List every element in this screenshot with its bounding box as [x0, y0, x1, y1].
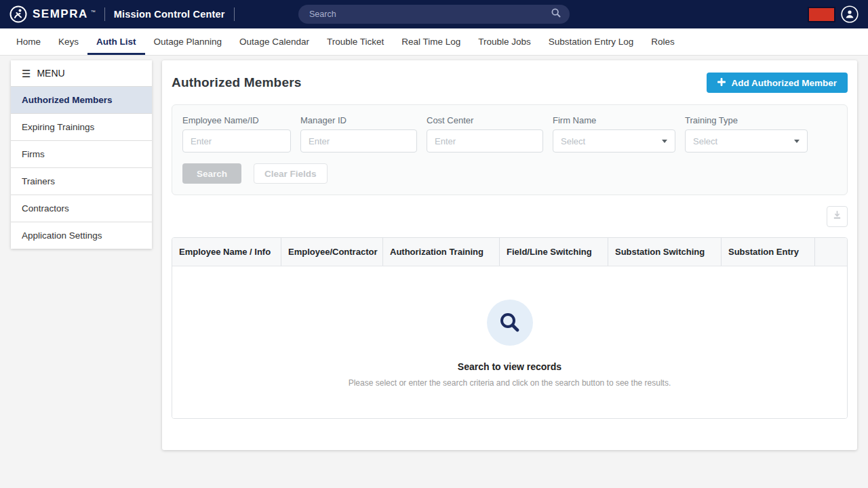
- divider: [104, 7, 105, 21]
- column-header-employee-name-info[interactable]: Employee Name / Info: [172, 238, 281, 266]
- sidebar-item-application-settings[interactable]: Application Settings: [11, 222, 152, 249]
- search-filter-panel: Employee Name/ID Manager ID Cost Center …: [172, 104, 848, 195]
- table-header-row: Employee Name / Info Employee/Contractor…: [172, 238, 847, 266]
- field-label: Training Type: [685, 115, 808, 125]
- field-label: Firm Name: [553, 115, 675, 125]
- page-title: Authorized Members: [172, 75, 302, 90]
- select-placeholder: Select: [693, 136, 717, 146]
- tab-trouble-jobs[interactable]: Trouble Jobs: [469, 28, 540, 55]
- firm-name-select[interactable]: Select: [553, 129, 675, 152]
- column-header-field-line-switching[interactable]: Field/Line Switching: [500, 238, 608, 266]
- tab-home[interactable]: Home: [7, 28, 50, 55]
- tab-keys[interactable]: Keys: [50, 28, 87, 55]
- app-title: Mission Control Center: [114, 9, 225, 20]
- field-firm-name: Firm Name Select: [553, 115, 675, 152]
- column-header-substation-switching[interactable]: Substation Switching: [608, 238, 722, 266]
- field-label: Employee Name/ID: [182, 115, 291, 125]
- training-type-select[interactable]: Select: [685, 129, 808, 152]
- column-header-actions-empty: [815, 238, 847, 266]
- column-header-authorization-training[interactable]: Authorization Training: [383, 238, 500, 266]
- main-panel: Authorized Members Add Authorized Member…: [162, 60, 857, 450]
- column-header-employee-contractor[interactable]: Employee/Contractor: [281, 238, 383, 266]
- tab-auth-list[interactable]: Auth List: [87, 28, 145, 55]
- primary-tabbar: Home Keys Auth List Outage Planning Outa…: [0, 28, 868, 56]
- chevron-down-icon: [794, 140, 800, 143]
- sidebar-item-firms[interactable]: Firms: [11, 140, 152, 167]
- divider: [234, 7, 235, 21]
- field-employee-name-id: Employee Name/ID: [182, 115, 291, 152]
- top-navbar: SEMPRA ™ Mission Control Center: [0, 0, 868, 28]
- sidebar-menu-header[interactable]: ☰ MENU: [11, 60, 152, 86]
- field-manager-id: Manager ID: [300, 115, 417, 152]
- download-icon: [832, 210, 842, 223]
- table-empty-state: Search to view records Please select or …: [172, 266, 847, 418]
- clear-fields-button[interactable]: Clear Fields: [254, 163, 328, 184]
- chevron-down-icon: [662, 140, 667, 143]
- empty-state-title: Search to view records: [458, 361, 561, 372]
- employee-name-id-input[interactable]: [182, 129, 291, 152]
- add-button-label: Add Authorized Member: [731, 78, 837, 88]
- add-authorized-member-button[interactable]: Add Authorized Member: [707, 73, 848, 93]
- sempra-logo-icon: [9, 5, 27, 23]
- sidebar-item-authorized-members[interactable]: Authorized Members: [11, 86, 152, 113]
- brand-trademark: ™: [91, 9, 96, 14]
- tab-real-time-log[interactable]: Real Time Log: [393, 28, 469, 55]
- hamburger-menu-icon[interactable]: ☰: [22, 68, 31, 79]
- brand: SEMPRA ™: [9, 5, 96, 23]
- field-label: Manager ID: [300, 115, 417, 125]
- plus-icon: [717, 78, 726, 88]
- empty-state-search-icon: [487, 300, 533, 346]
- global-search-input[interactable]: [309, 9, 551, 19]
- sidebar-item-trainers[interactable]: Trainers: [11, 167, 152, 195]
- select-placeholder: Select: [561, 136, 585, 146]
- sidebar-item-contractors[interactable]: Contractors: [11, 195, 152, 222]
- brand-name: SEMPRA: [33, 7, 88, 21]
- global-search[interactable]: [298, 5, 570, 24]
- search-button[interactable]: Search: [182, 163, 241, 184]
- tab-outage-planning[interactable]: Outage Planning: [145, 28, 231, 55]
- field-label: Cost Center: [427, 115, 543, 125]
- cost-center-input[interactable]: [427, 129, 543, 152]
- tab-trouble-ticket[interactable]: Trouble Ticket: [318, 28, 393, 55]
- search-icon[interactable]: [551, 7, 561, 21]
- authorized-members-table: Employee Name / Info Employee/Contractor…: [172, 237, 848, 419]
- tab-substation-entry-log[interactable]: Substation Entry Log: [540, 28, 642, 55]
- field-training-type: Training Type Select: [685, 115, 808, 152]
- manager-id-input[interactable]: [300, 129, 417, 152]
- field-cost-center: Cost Center: [427, 115, 543, 152]
- user-avatar-icon[interactable]: [841, 5, 859, 23]
- column-header-substation-entry[interactable]: Substation Entry: [722, 238, 815, 266]
- sidebar: ☰ MENU Authorized Members Expiring Train…: [11, 60, 152, 249]
- sidebar-item-expiring-trainings[interactable]: Expiring Trainings: [11, 113, 152, 140]
- tab-roles[interactable]: Roles: [642, 28, 684, 55]
- tab-outage-calendar[interactable]: Outage Calendar: [231, 28, 318, 55]
- download-export-button[interactable]: [827, 206, 848, 227]
- sidebar-menu-label: MENU: [37, 68, 64, 79]
- flag-icon[interactable]: [809, 8, 834, 21]
- empty-state-subtitle: Please select or enter the search criter…: [349, 378, 671, 388]
- content-area: ☰ MENU Authorized Members Expiring Train…: [0, 56, 868, 464]
